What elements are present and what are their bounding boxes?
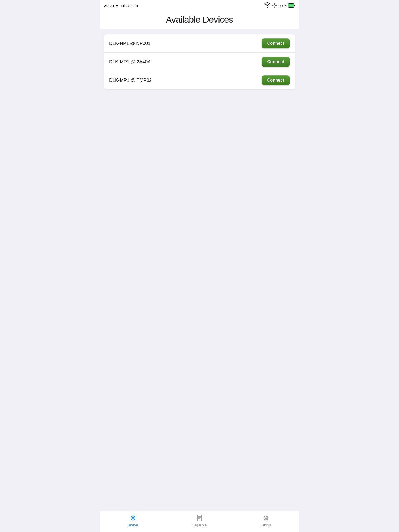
status-bar-right: 99% [264, 2, 295, 10]
svg-point-18 [265, 517, 267, 519]
tab-sequence-label: Sequence [192, 523, 207, 527]
tab-devices[interactable]: Devices [100, 514, 166, 528]
devices-icon [130, 515, 136, 522]
tab-devices-label: Devices [128, 523, 139, 527]
svg-line-12 [134, 516, 135, 517]
device-name: DLK-MP1 @ TMP02 [109, 78, 152, 83]
device-list-card: DLK-NP1 @ NP001 Connect DLK-MP1 @ 2A40A … [104, 34, 295, 89]
connect-button-3[interactable]: Connect [262, 75, 290, 85]
svg-rect-14 [197, 515, 202, 521]
status-time: 2:32 PM [104, 4, 119, 8]
settings-icon [263, 515, 269, 522]
page-title: Available Devices [104, 15, 295, 25]
svg-point-1 [274, 5, 275, 6]
device-name: DLK-MP1 @ 2A40A [109, 59, 151, 65]
status-bar-left: 2:32 PM Fri Jan 19 [104, 4, 138, 8]
wifi-icon [264, 2, 271, 10]
battery-percentage: 99% [278, 4, 286, 8]
svg-line-10 [131, 516, 132, 517]
svg-rect-4 [294, 5, 295, 6]
tab-settings-label: Settings [260, 523, 271, 527]
main-content: DLK-NP1 @ NP001 Connect DLK-MP1 @ 2A40A … [100, 29, 299, 511]
connect-button-1[interactable]: Connect [262, 38, 290, 48]
device-row: DLK-MP1 @ TMP02 Connect [104, 71, 295, 89]
svg-line-11 [134, 519, 135, 520]
status-date: Fri Jan 19 [121, 4, 138, 8]
svg-point-0 [267, 6, 268, 7]
tab-sequence[interactable]: Sequence [166, 514, 233, 528]
nav-bar: Available Devices [100, 11, 299, 29]
location-icon [272, 3, 277, 9]
svg-line-13 [131, 519, 132, 520]
sequence-icon [196, 515, 203, 522]
battery-icon [288, 3, 295, 8]
device-row: DLK-NP1 @ NP001 Connect [104, 34, 295, 53]
device-row: DLK-MP1 @ 2A40A Connect [104, 53, 295, 71]
status-bar: 2:32 PM Fri Jan 19 99% [100, 0, 299, 11]
tab-bar: Devices Sequence Settings [100, 511, 299, 532]
svg-point-5 [132, 517, 134, 519]
device-name: DLK-NP1 @ NP001 [109, 41, 150, 46]
connect-button-2[interactable]: Connect [262, 57, 290, 67]
tab-settings[interactable]: Settings [233, 514, 299, 528]
